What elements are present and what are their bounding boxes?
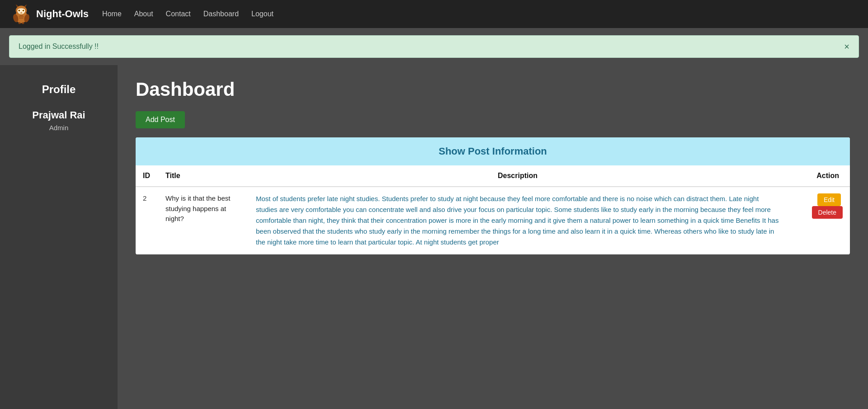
brand: Night-Owls [11,4,89,24]
table-head: ID Title Description Action [136,165,850,187]
navbar: Night-Owls Home About Contact Dashboard … [0,0,868,28]
brand-name: Night-Owls [36,8,89,20]
row-id: 2 [136,187,158,254]
nav-home[interactable]: Home [102,10,122,18]
add-post-button[interactable]: Add Post [136,111,185,128]
nav-contact[interactable]: Contact [166,10,191,18]
col-id: ID [136,165,158,187]
main-layout: Profile Prajwal Rai Admin Dashboard Add … [0,65,868,409]
svg-point-9 [19,10,19,11]
svg-point-10 [23,10,24,11]
edit-button[interactable]: Edit [817,193,841,206]
posts-table: ID Title Description Action 2 Why is it … [136,165,850,254]
nav-dashboard[interactable]: Dashboard [203,10,239,18]
sidebar-role: Admin [49,124,69,132]
nav-about[interactable]: About [134,10,153,18]
nav-logout[interactable]: Logout [251,10,274,18]
table-header: Show Post Information [136,137,850,165]
owl-logo-icon [11,4,32,24]
alert-message: Logged in Successfully !! [19,42,99,51]
table-row: 2 Why is it that the best studying happe… [136,187,850,254]
row-actions: Edit Delete [787,187,850,254]
post-table-container: Show Post Information ID Title Descripti… [136,137,850,254]
sidebar-username: Prajwal Rai [32,109,85,121]
row-title: Why is it that the best studying happens… [158,187,249,254]
page-title: Dashboard [136,79,850,100]
row-description: Most of students prefer late night studi… [249,187,787,254]
success-alert: Logged in Successfully !! × [9,35,859,58]
col-action: Action [787,165,850,187]
alert-close-button[interactable]: × [844,42,849,51]
profile-label: Profile [42,83,76,96]
delete-button[interactable]: Delete [812,206,843,219]
nav-links: Home About Contact Dashboard Logout [102,10,274,18]
col-title: Title [158,165,249,187]
table-body: 2 Why is it that the best studying happe… [136,187,850,254]
col-description: Description [249,165,787,187]
main-content: Dashboard Add Post Show Post Information… [118,65,868,409]
sidebar: Profile Prajwal Rai Admin [0,65,118,409]
